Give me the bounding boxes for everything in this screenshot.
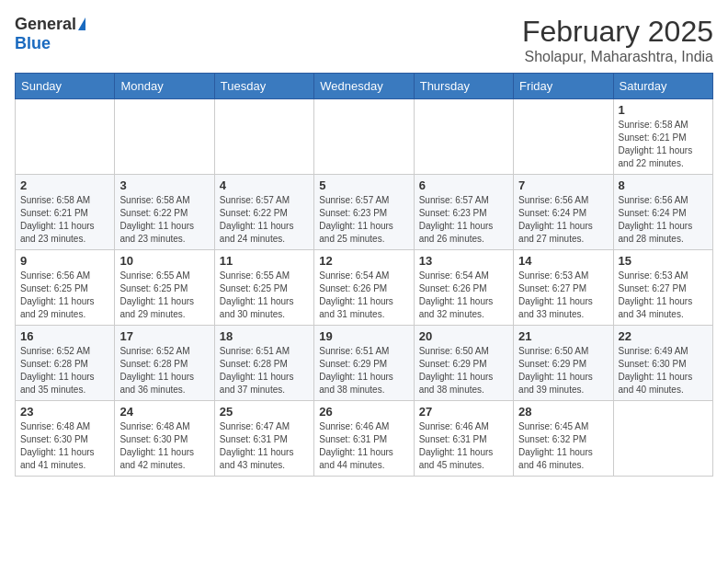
day-cell: 16Sunrise: 6:52 AM Sunset: 6:28 PM Dayli…: [16, 326, 115, 401]
day-info: Sunrise: 6:50 AM Sunset: 6:29 PM Dayligh…: [518, 345, 608, 396]
day-info: Sunrise: 6:57 AM Sunset: 6:22 PM Dayligh…: [220, 194, 309, 246]
day-number: 10: [119, 254, 209, 268]
day-number: 22: [619, 329, 708, 343]
day-number: 12: [319, 254, 408, 268]
day-cell: 21Sunrise: 6:50 AM Sunset: 6:29 PM Dayli…: [514, 326, 613, 401]
day-info: Sunrise: 6:55 AM Sunset: 6:25 PM Dayligh…: [220, 270, 309, 321]
day-number: 19: [319, 329, 408, 343]
day-info: Sunrise: 6:56 AM Sunset: 6:25 PM Dayligh…: [20, 270, 109, 321]
day-number: 14: [518, 254, 608, 268]
day-number: 18: [220, 329, 309, 343]
day-info: Sunrise: 6:56 AM Sunset: 6:24 PM Dayligh…: [518, 194, 608, 246]
day-cell: 18Sunrise: 6:51 AM Sunset: 6:28 PM Dayli…: [214, 326, 313, 401]
day-number: 17: [119, 329, 209, 343]
day-number: 9: [20, 254, 109, 268]
column-header-thursday: Thursday: [414, 74, 513, 99]
column-header-wednesday: Wednesday: [314, 74, 414, 99]
day-info: Sunrise: 6:46 AM Sunset: 6:31 PM Dayligh…: [319, 420, 408, 472]
day-number: 13: [419, 254, 508, 268]
day-number: 5: [319, 178, 408, 192]
day-number: 27: [419, 405, 508, 419]
day-cell: 28Sunrise: 6:45 AM Sunset: 6:32 PM Dayli…: [514, 401, 613, 477]
month-year-title: February 2025: [522, 15, 713, 49]
column-header-monday: Monday: [115, 74, 214, 99]
day-info: Sunrise: 6:58 AM Sunset: 6:21 PM Dayligh…: [20, 194, 109, 246]
column-header-friday: Friday: [514, 74, 613, 99]
title-section: February 2025 Sholapur, Maharashtra, Ind…: [522, 15, 713, 65]
day-cell: 26Sunrise: 6:46 AM Sunset: 6:31 PM Dayli…: [314, 401, 414, 477]
week-row-5: 23Sunrise: 6:48 AM Sunset: 6:30 PM Dayli…: [16, 401, 713, 477]
logo-triangle-icon: [78, 17, 85, 30]
day-cell: 4Sunrise: 6:57 AM Sunset: 6:22 PM Daylig…: [214, 175, 313, 250]
day-number: 11: [220, 254, 309, 268]
day-number: 2: [20, 178, 109, 192]
week-row-3: 9Sunrise: 6:56 AM Sunset: 6:25 PM Daylig…: [16, 250, 713, 326]
day-cell: 10Sunrise: 6:55 AM Sunset: 6:25 PM Dayli…: [115, 250, 214, 326]
day-info: Sunrise: 6:53 AM Sunset: 6:27 PM Dayligh…: [518, 270, 608, 321]
column-header-saturday: Saturday: [613, 74, 712, 99]
day-number: 23: [20, 405, 109, 419]
week-row-4: 16Sunrise: 6:52 AM Sunset: 6:28 PM Dayli…: [16, 326, 713, 401]
day-cell: 22Sunrise: 6:49 AM Sunset: 6:30 PM Dayli…: [613, 326, 712, 401]
column-header-tuesday: Tuesday: [214, 74, 313, 99]
day-number: 4: [220, 178, 309, 192]
day-info: Sunrise: 6:47 AM Sunset: 6:31 PM Dayligh…: [220, 420, 309, 472]
day-number: 3: [119, 178, 209, 192]
week-row-1: 1Sunrise: 6:58 AM Sunset: 6:21 PM Daylig…: [16, 99, 713, 175]
day-cell: 23Sunrise: 6:48 AM Sunset: 6:30 PM Dayli…: [16, 401, 115, 477]
day-cell: 11Sunrise: 6:55 AM Sunset: 6:25 PM Dayli…: [214, 250, 313, 326]
day-number: 24: [119, 405, 209, 419]
day-info: Sunrise: 6:58 AM Sunset: 6:21 PM Dayligh…: [619, 119, 708, 170]
day-cell: 13Sunrise: 6:54 AM Sunset: 6:26 PM Dayli…: [414, 250, 513, 326]
day-cell: [414, 99, 513, 175]
calendar-table: SundayMondayTuesdayWednesdayThursdayFrid…: [15, 73, 713, 477]
day-cell: 20Sunrise: 6:50 AM Sunset: 6:29 PM Dayli…: [414, 326, 513, 401]
day-number: 21: [518, 329, 608, 343]
day-cell: [115, 99, 214, 175]
column-header-sunday: Sunday: [16, 74, 115, 99]
day-info: Sunrise: 6:58 AM Sunset: 6:22 PM Dayligh…: [119, 194, 209, 246]
day-cell: 1Sunrise: 6:58 AM Sunset: 6:21 PM Daylig…: [613, 99, 712, 175]
day-cell: 19Sunrise: 6:51 AM Sunset: 6:29 PM Dayli…: [314, 326, 414, 401]
page-header: General Blue February 2025 Sholapur, Mah…: [15, 15, 713, 65]
location-subtitle: Sholapur, Maharashtra, India: [522, 49, 713, 65]
logo: General Blue: [15, 15, 85, 53]
day-info: Sunrise: 6:52 AM Sunset: 6:28 PM Dayligh…: [119, 345, 209, 396]
day-cell: 3Sunrise: 6:58 AM Sunset: 6:22 PM Daylig…: [115, 175, 214, 250]
day-cell: 9Sunrise: 6:56 AM Sunset: 6:25 PM Daylig…: [16, 250, 115, 326]
day-info: Sunrise: 6:56 AM Sunset: 6:24 PM Dayligh…: [619, 194, 708, 246]
day-info: Sunrise: 6:46 AM Sunset: 6:31 PM Dayligh…: [419, 420, 508, 472]
day-cell: [314, 99, 414, 175]
day-info: Sunrise: 6:50 AM Sunset: 6:29 PM Dayligh…: [419, 345, 508, 396]
day-info: Sunrise: 6:49 AM Sunset: 6:30 PM Dayligh…: [619, 345, 708, 396]
day-number: 15: [619, 254, 708, 268]
day-cell: [514, 99, 613, 175]
day-info: Sunrise: 6:55 AM Sunset: 6:25 PM Dayligh…: [119, 270, 209, 321]
day-cell: [613, 401, 712, 477]
day-cell: 27Sunrise: 6:46 AM Sunset: 6:31 PM Dayli…: [414, 401, 513, 477]
day-number: 28: [518, 405, 608, 419]
day-cell: 7Sunrise: 6:56 AM Sunset: 6:24 PM Daylig…: [514, 175, 613, 250]
day-info: Sunrise: 6:51 AM Sunset: 6:28 PM Dayligh…: [220, 345, 309, 396]
day-cell: [16, 99, 115, 175]
day-cell: 24Sunrise: 6:48 AM Sunset: 6:30 PM Dayli…: [115, 401, 214, 477]
calendar-header-row: SundayMondayTuesdayWednesdayThursdayFrid…: [16, 74, 713, 99]
day-cell: [214, 99, 313, 175]
day-cell: 5Sunrise: 6:57 AM Sunset: 6:23 PM Daylig…: [314, 175, 414, 250]
day-info: Sunrise: 6:57 AM Sunset: 6:23 PM Dayligh…: [319, 194, 408, 246]
logo-general-text: General: [15, 15, 76, 34]
day-cell: 15Sunrise: 6:53 AM Sunset: 6:27 PM Dayli…: [613, 250, 712, 326]
day-cell: 17Sunrise: 6:52 AM Sunset: 6:28 PM Dayli…: [115, 326, 214, 401]
day-number: 26: [319, 405, 408, 419]
day-cell: 6Sunrise: 6:57 AM Sunset: 6:23 PM Daylig…: [414, 175, 513, 250]
day-number: 20: [419, 329, 508, 343]
day-number: 6: [419, 178, 508, 192]
day-cell: 14Sunrise: 6:53 AM Sunset: 6:27 PM Dayli…: [514, 250, 613, 326]
day-info: Sunrise: 6:48 AM Sunset: 6:30 PM Dayligh…: [20, 420, 109, 472]
day-info: Sunrise: 6:54 AM Sunset: 6:26 PM Dayligh…: [419, 270, 508, 321]
week-row-2: 2Sunrise: 6:58 AM Sunset: 6:21 PM Daylig…: [16, 175, 713, 250]
day-info: Sunrise: 6:53 AM Sunset: 6:27 PM Dayligh…: [619, 270, 708, 321]
day-info: Sunrise: 6:57 AM Sunset: 6:23 PM Dayligh…: [419, 194, 508, 246]
day-info: Sunrise: 6:48 AM Sunset: 6:30 PM Dayligh…: [119, 420, 209, 472]
day-cell: 25Sunrise: 6:47 AM Sunset: 6:31 PM Dayli…: [214, 401, 313, 477]
